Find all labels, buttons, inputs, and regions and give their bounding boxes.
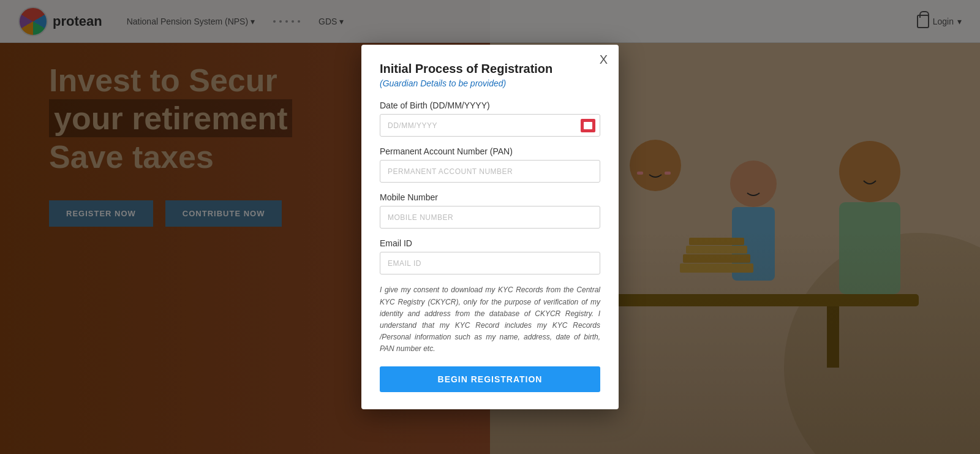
modal-subtitle: (Guardian Details to be provided)	[380, 78, 600, 88]
pan-input[interactable]	[380, 160, 600, 183]
consent-text: I give my consent to download my KYC Rec…	[380, 284, 600, 355]
dob-input-wrapper	[380, 114, 600, 137]
modal-overlay: X Initial Process of Registration (Guard…	[0, 0, 980, 454]
begin-registration-button[interactable]: BEGIN REGISTRATION	[380, 366, 600, 392]
email-label: Email ID	[380, 238, 600, 248]
calendar-icon	[581, 119, 595, 132]
dob-field-group: Date of Birth (DD/MM/YYYY)	[380, 100, 600, 137]
pan-field-group: Permanent Account Number (PAN)	[380, 146, 600, 183]
mobile-field-group: Mobile Number	[380, 192, 600, 229]
pan-label: Permanent Account Number (PAN)	[380, 146, 600, 156]
modal-close-button[interactable]: X	[600, 53, 608, 66]
dob-label: Date of Birth (DD/MM/YYYY)	[380, 100, 600, 110]
email-field-group: Email ID	[380, 238, 600, 274]
modal-title: Initial Process of Registration	[380, 62, 600, 76]
registration-modal: X Initial Process of Registration (Guard…	[361, 45, 619, 409]
mobile-label: Mobile Number	[380, 192, 600, 202]
email-input[interactable]	[380, 252, 600, 274]
dob-input[interactable]	[380, 114, 600, 137]
mobile-input[interactable]	[380, 206, 600, 229]
